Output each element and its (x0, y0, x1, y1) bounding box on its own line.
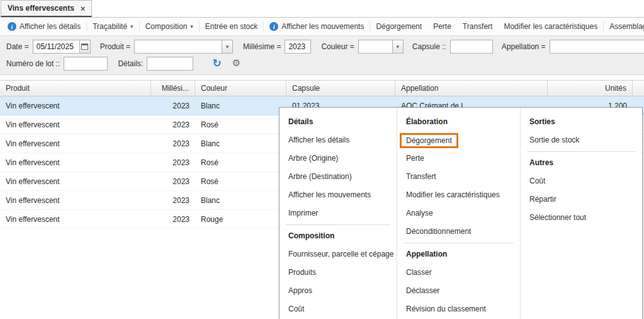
tab-vins-effervescents[interactable]: Vins effervescents × (1, 0, 92, 17)
toolbar-item-composition[interactable]: Composition ▾ (140, 18, 199, 35)
cell-produit: Vin effervescent (0, 139, 151, 148)
menu-item-perte[interactable]: Perte (397, 149, 520, 168)
cell-produit: Vin effervescent (0, 158, 151, 167)
toolbar-item-assemblage[interactable]: Assemblage (604, 18, 644, 35)
menu-separator (404, 243, 514, 243)
menu-item-afficher-les-details[interactable]: Afficher les détails (280, 131, 397, 149)
column-header-produit[interactable]: Produit (0, 81, 151, 96)
cell-millesime: 2023 (151, 120, 195, 129)
column-header-capsule[interactable]: Capsule (286, 81, 395, 96)
details-input[interactable] (147, 57, 193, 71)
menu-item-produits[interactable]: Produits (280, 264, 397, 282)
toolbar-item-entree-en-stock[interactable]: Entrée en stock (200, 18, 263, 35)
close-icon[interactable]: × (81, 4, 86, 13)
toolbar-item-modifier-les-caracteristiques[interactable]: Modifier les caractéristiques (498, 18, 603, 35)
menu-group-sorties: Sorties (521, 113, 642, 131)
menu-item-transfert[interactable]: Transfert (397, 168, 520, 186)
chevron-down-icon: ▾ (190, 23, 193, 30)
capsule-input[interactable] (450, 40, 493, 54)
menu-item-sortie-de-stock[interactable]: Sortie de stock (521, 131, 642, 149)
date-input[interactable] (33, 40, 79, 54)
menu-item-repartir[interactable]: Répartir (521, 190, 642, 209)
cell-millesime: 2023 (151, 158, 195, 167)
column-header-unites[interactable]: Unités (548, 81, 633, 96)
cell-couleur: Blanc (195, 139, 286, 148)
toolbar-item-degorgement[interactable]: Dégorgement (370, 18, 427, 35)
info-icon: i (8, 22, 16, 31)
context-menu-column-elaboration: Élaboration Dégorgement Perte Transfert … (397, 108, 521, 319)
menu-item-arbre-destination[interactable]: Arbre (Destination) (280, 168, 397, 186)
tab-bar: Vins effervescents × (0, 0, 644, 18)
cell-couleur: Rosé (195, 158, 286, 167)
menu-item-afficher-les-mouvements[interactable]: Afficher les mouvements (280, 186, 397, 204)
toolbar-item-label: Modifier les caractéristiques (504, 22, 597, 31)
menu-item-declasser[interactable]: Déclasser (397, 282, 520, 300)
toolbar-item-tracabilite[interactable]: Traçabilité ▾ (87, 18, 138, 35)
toolbar-item-label: Transfert (463, 22, 493, 31)
details-filter-label: Détails: (118, 59, 143, 68)
appellation-input[interactable] (550, 40, 644, 54)
chevron-down-icon: ▾ (130, 23, 133, 30)
calendar-button[interactable] (79, 40, 91, 54)
cell-millesime: 2023 (151, 102, 195, 110)
cell-couleur: Blanc (195, 196, 286, 205)
millesime-filter-label: Millésime = (243, 42, 281, 51)
column-header-couleur[interactable]: Couleur (195, 81, 286, 96)
toolbar-item-afficher-les-mouvements[interactable]: i Afficher les mouvements (264, 18, 370, 35)
menu-item-classer[interactable]: Classer (397, 264, 520, 282)
toolbar-item-transfert[interactable]: Transfert (457, 18, 499, 35)
toolbar-item-label: Afficher les mouvements (281, 22, 364, 31)
toolbar-item-label: Assemblage (609, 22, 644, 31)
menu-item-fournisseur-parcelle-cepage[interactable]: Fournisseur, parcelle et cépage (280, 245, 397, 264)
cell-produit: Vin effervescent (0, 196, 151, 205)
menu-item-modifier-les-caracteristiques[interactable]: Modifier les caractéristiques (397, 186, 520, 204)
menu-item-analyse[interactable]: Analyse (397, 204, 520, 223)
cell-produit: Vin effervescent (0, 215, 151, 224)
filter-row-2: Numéro de lot :: Détails: ↻ ⚙ (5, 55, 639, 72)
lot-input[interactable] (64, 57, 108, 71)
cell-millesime: 2023 (151, 139, 195, 148)
toolbar-item-perte[interactable]: Perte (427, 18, 457, 35)
column-header-appellation[interactable]: Appellation (395, 81, 548, 96)
couleur-select[interactable] (358, 40, 392, 54)
toolbar-item-afficher-les-details[interactable]: i Afficher les détails (2, 18, 86, 35)
settings-button[interactable]: ⚙ (232, 59, 240, 68)
menu-group-composition: Composition (280, 227, 397, 245)
cell-couleur: Rouge (195, 215, 286, 224)
millesime-input[interactable] (285, 40, 311, 54)
chevron-down-icon: ▾ (226, 44, 229, 50)
filter-row-1: Date = Produit = ▾ Millésime = Couleur =… (5, 38, 639, 55)
menu-item-selectionner-tout[interactable]: Sélectionner tout (521, 209, 642, 227)
toolbar-item-label: Entrée en stock (205, 22, 257, 31)
cell-millesime: 2023 (151, 196, 195, 205)
menu-item-cout[interactable]: Coût (280, 300, 397, 318)
calendar-icon (81, 44, 88, 50)
menu-item-revision-du-classement[interactable]: Révision du classement (397, 300, 520, 318)
menu-group-details: Détails (280, 113, 397, 131)
cell-produit: Vin effervescent (0, 102, 151, 110)
menu-item-appros[interactable]: Appros (280, 282, 397, 300)
menu-separator (286, 224, 390, 225)
filter-bar: Date = Produit = ▾ Millésime = Couleur =… (0, 36, 644, 75)
context-menu-column-details: Détails Afficher les détails Arbre (Orig… (280, 108, 397, 319)
menu-item-deconditionnement[interactable]: Déconditionnement (397, 223, 520, 241)
menu-item-degorgement[interactable]: Dégorgement (397, 131, 520, 149)
toolbar-item-label: Afficher les détails (20, 22, 81, 31)
produit-select[interactable] (134, 40, 222, 54)
column-header-millesime[interactable]: Millési... (151, 81, 195, 96)
column-header-filler (633, 81, 644, 96)
context-menu-column-sorties: Sorties Sortie de stock Autres Coût Répa… (521, 108, 642, 319)
cell-couleur: Rosé (195, 177, 286, 186)
produit-filter-label: Produit = (100, 42, 130, 51)
cell-couleur: Blanc (195, 102, 286, 110)
cell-couleur: Rosé (195, 120, 286, 129)
produit-dropdown-button[interactable]: ▾ (222, 40, 233, 54)
menu-item-arbre-origine[interactable]: Arbre (Origine) (280, 149, 397, 168)
menu-item-cout-autres[interactable]: Coût (521, 172, 642, 190)
refresh-button[interactable]: ↻ (212, 58, 221, 69)
menu-item-imprimer[interactable]: Imprimer (280, 204, 397, 223)
gear-icon: ⚙ (232, 59, 240, 68)
chevron-down-icon: ▾ (397, 44, 400, 50)
capsule-filter-label: Capsule :: (412, 42, 446, 51)
couleur-dropdown-button[interactable]: ▾ (392, 40, 404, 54)
